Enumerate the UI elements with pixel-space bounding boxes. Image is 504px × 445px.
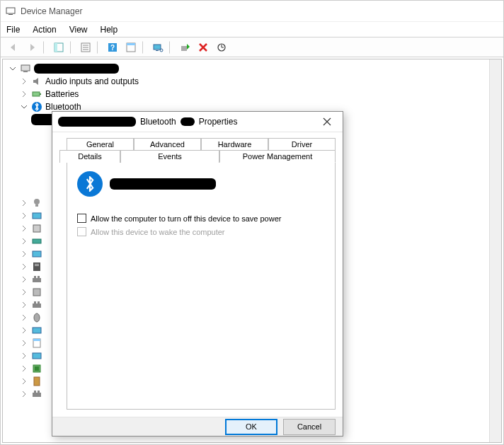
redacted-text	[181, 117, 195, 126]
chevron-right-icon[interactable]	[20, 364, 28, 373]
toolbar-separator	[97, 41, 101, 54]
device-category-icon	[31, 325, 42, 336]
tree-item-audio[interactable]: Audio inputs and outputs	[6, 75, 501, 88]
tab-hardware[interactable]: Hardware	[201, 138, 268, 150]
chevron-right-icon[interactable]	[20, 224, 28, 233]
device-category-icon	[31, 312, 42, 323]
menu-help[interactable]: Help	[101, 25, 118, 35]
checkbox-icon[interactable]	[77, 214, 86, 223]
dialog-footer: OK Cancel	[52, 417, 343, 436]
svg-rect-3	[55, 43, 57, 52]
chevron-right-icon[interactable]	[20, 250, 28, 258]
toolbar-enable-device-button[interactable]	[176, 40, 193, 55]
svg-rect-20	[40, 93, 41, 95]
toolbar-properties-button[interactable]	[77, 40, 94, 55]
svg-rect-11	[127, 43, 135, 45]
chevron-down-icon[interactable]	[20, 103, 28, 111]
tab-advanced[interactable]: Advanced	[134, 138, 201, 150]
svg-rect-37	[38, 301, 40, 304]
menu-action[interactable]: Action	[33, 25, 56, 35]
svg-text:?: ?	[110, 44, 115, 52]
menubar: File Action View Help	[1, 22, 503, 37]
svg-rect-17	[21, 65, 30, 71]
battery-icon	[31, 88, 42, 100]
svg-rect-30	[35, 265, 39, 266]
tree-item-batteries[interactable]: Batteries	[6, 88, 501, 100]
svg-rect-25	[33, 225, 40, 232]
svg-rect-47	[34, 391, 36, 393]
toolbar-help-button[interactable]: ?	[104, 40, 121, 55]
chevron-right-icon[interactable]	[20, 326, 28, 335]
vertical-scrollbar[interactable]	[489, 59, 501, 442]
svg-rect-29	[35, 264, 39, 265]
svg-rect-45	[34, 377, 40, 386]
tab-driver[interactable]: Driver	[268, 138, 336, 150]
chevron-right-icon[interactable]	[20, 377, 28, 386]
computer-icon	[20, 63, 31, 74]
checkbox-allow-wake: Allow this device to wake the computer	[77, 227, 325, 236]
svg-rect-26	[33, 239, 41, 243]
svg-rect-41	[33, 339, 40, 341]
dialog-title-fragment: Bluetooth	[140, 117, 176, 127]
bluetooth-icon	[31, 101, 42, 112]
chevron-down-icon[interactable]	[8, 64, 17, 73]
redacted-text	[110, 178, 216, 190]
tab-events[interactable]: Events	[120, 150, 219, 163]
chevron-right-icon[interactable]	[20, 313, 28, 322]
device-category-icon	[31, 236, 42, 247]
chevron-right-icon[interactable]	[20, 301, 28, 309]
svg-rect-13	[156, 50, 159, 51]
device-category-icon	[31, 274, 42, 285]
toolbar-separator	[142, 41, 147, 54]
toolbar-uninstall-device-button[interactable]	[195, 40, 212, 55]
tree-item-label: Bluetooth	[45, 102, 81, 112]
tab-general[interactable]: General	[67, 138, 134, 150]
tree-item-label: Batteries	[45, 89, 79, 99]
device-category-icon	[31, 248, 42, 260]
cancel-button[interactable]: Cancel	[283, 419, 336, 435]
tab-details[interactable]: Details	[59, 150, 120, 163]
chevron-right-icon[interactable]	[20, 390, 28, 398]
close-button[interactable]	[313, 112, 341, 132]
device-category-icon	[31, 376, 42, 387]
checkbox-allow-turn-off[interactable]: Allow the computer to turn off this devi…	[77, 214, 325, 223]
svg-rect-31	[33, 278, 41, 282]
toolbar-scan-hardware-button[interactable]	[149, 40, 166, 55]
chevron-right-icon[interactable]	[20, 288, 28, 296]
toolbar-back-button[interactable]	[5, 40, 22, 55]
window-titlebar: Device Manager	[1, 1, 503, 22]
device-category-icon	[31, 261, 42, 272]
menu-view[interactable]: View	[69, 25, 88, 35]
svg-rect-44	[35, 366, 39, 371]
toolbar-show-hide-tree-button[interactable]	[50, 40, 67, 55]
tab-power-management[interactable]: Power Management	[219, 150, 336, 163]
tree-root[interactable]	[6, 62, 501, 75]
svg-rect-15	[181, 46, 187, 51]
redacted-text	[58, 117, 136, 127]
chevron-right-icon[interactable]	[20, 339, 28, 347]
svg-rect-46	[33, 393, 41, 397]
chevron-right-icon[interactable]	[20, 199, 28, 207]
chevron-right-icon[interactable]	[20, 77, 28, 86]
speaker-icon	[31, 76, 42, 87]
dialog-titlebar[interactable]: Bluetooth Properties	[52, 112, 343, 132]
ok-button[interactable]: OK	[225, 419, 277, 435]
chevron-right-icon[interactable]	[20, 212, 28, 220]
svg-rect-23	[35, 204, 38, 207]
svg-rect-1	[8, 14, 13, 15]
device-category-icon	[31, 210, 42, 221]
chevron-right-icon[interactable]	[20, 237, 28, 245]
chevron-right-icon[interactable]	[20, 352, 28, 360]
svg-rect-33	[38, 276, 40, 278]
toolbar-separator	[169, 41, 173, 54]
toolbar-forward-button[interactable]	[23, 40, 40, 55]
toolbar-update-driver-button[interactable]	[213, 40, 230, 55]
chevron-right-icon[interactable]	[20, 275, 28, 284]
svg-rect-35	[33, 304, 41, 308]
menu-file[interactable]: File	[6, 25, 20, 35]
device-category-icon	[31, 197, 42, 209]
chevron-right-icon[interactable]	[20, 90, 28, 98]
tab-panel-power-management: Allow the computer to turn off this devi…	[67, 162, 336, 410]
toolbar-action-button[interactable]	[122, 40, 139, 55]
chevron-right-icon[interactable]	[20, 262, 28, 271]
